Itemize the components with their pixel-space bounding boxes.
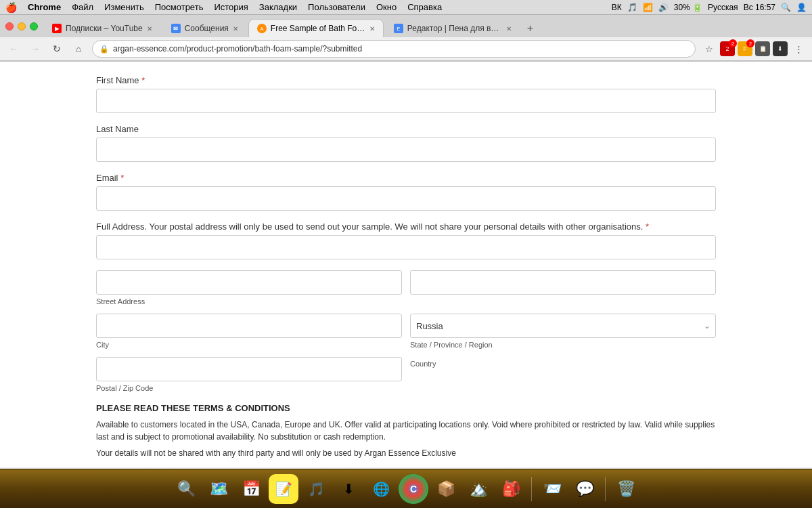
tab-editor-title: Редактор | Пена для ванны |	[407, 24, 502, 33]
email-group: Email *	[96, 173, 716, 211]
tab-bar: ▶ Подписки – YouTube ✕ ✉ Сообщения ✕ A F…	[43, 15, 812, 37]
ext-icon-4[interactable]: ⬇	[773, 41, 788, 56]
dock-separator-2	[605, 477, 606, 501]
country-col: Country	[410, 357, 716, 392]
address-bar-actions: ☆ 2 2 F 2 📋 ⬇ ⋮	[701, 41, 807, 57]
first-name-input[interactable]	[96, 89, 716, 113]
dock-chrome[interactable]: ⬇	[334, 474, 363, 504]
dock-maps[interactable]: 🗺️	[204, 474, 233, 504]
traffic-lights	[0, 20, 43, 33]
battery-status: 30% 🔋	[674, 3, 702, 12]
postal-col: Postal / Zip Code	[96, 357, 402, 392]
maximize-button[interactable]	[30, 22, 38, 30]
user-icon[interactable]: 👤	[796, 3, 807, 12]
bookmark-star-icon[interactable]: ☆	[701, 41, 717, 57]
menu-bookmarks[interactable]: Закладки	[259, 2, 297, 12]
tab-youtube[interactable]: ▶ Подписки – YouTube ✕	[43, 19, 161, 37]
close-button[interactable]	[5, 22, 14, 30]
terms-text-2: Your details will not be shared with any…	[96, 447, 716, 459]
state-select-wrapper: Russia USA Canada UK Germany France ⌄	[410, 314, 716, 338]
dock: 🔍 🗺️ 📅 📝 🎵 ⬇ 🌐 C 📦 🏔️ 🎒 📨 💬 🗑️	[0, 469, 812, 508]
apple-menu[interactable]: 🍎	[5, 2, 17, 13]
back-button[interactable]: ←	[5, 41, 22, 57]
terms-text-1: Available to customers located in the US…	[96, 419, 716, 443]
dock-mountain[interactable]: 🏔️	[464, 474, 493, 504]
ext-icon-1[interactable]: 2 2	[720, 41, 735, 56]
tab-messages-close[interactable]: ✕	[233, 25, 238, 33]
dock-appstore[interactable]: 🌐	[366, 474, 396, 504]
tab-messages-title: Сообщения	[185, 24, 229, 33]
lock-icon: 🔒	[99, 45, 109, 54]
search-icon[interactable]: 🔍	[781, 3, 791, 12]
first-name-required: *	[141, 75, 145, 85]
street-address-col1: Street Address	[96, 270, 402, 305]
menu-window[interactable]: Окно	[376, 2, 397, 12]
first-name-label: First Name *	[96, 75, 716, 85]
menu-view[interactable]: Посмотреть	[155, 2, 204, 12]
sample-favicon: A	[257, 24, 267, 33]
dock-notes[interactable]: 📝	[269, 474, 298, 504]
reload-button[interactable]: ↻	[49, 41, 65, 57]
tab-messages[interactable]: ✉ Сообщения ✕	[162, 19, 247, 37]
full-address-input[interactable]	[96, 235, 716, 259]
city-input[interactable]	[96, 314, 402, 338]
state-select[interactable]: Russia USA Canada UK Germany France	[410, 314, 716, 338]
address-bar-row: ← → ↻ ⌂ 🔒 argan-essence.com/product-prom…	[0, 37, 812, 61]
terms-section: PLEASE READ THESE TERMS & CONDITIONS Ava…	[96, 403, 716, 459]
street-address-2-input[interactable]	[410, 270, 716, 295]
street-address-row: Street Address	[96, 270, 716, 305]
menu-file[interactable]: Файл	[72, 2, 93, 12]
clock: Вс 16:57	[744, 3, 775, 12]
tab-editor-close[interactable]: ✕	[506, 25, 512, 33]
minimize-button[interactable]	[18, 22, 26, 30]
dock-finder[interactable]: 🔍	[171, 474, 201, 504]
tab-editor[interactable]: E Редактор | Пена для ванны | ✕	[385, 19, 520, 37]
app-name[interactable]: Chrome	[28, 2, 61, 12]
tab-youtube-close[interactable]: ✕	[147, 25, 152, 33]
menu-bar: 🍎 Chrome Файл Изменить Посмотреть Истори…	[0, 0, 812, 15]
new-tab-button[interactable]: +	[522, 20, 539, 37]
dock-calendar[interactable]: 📅	[236, 474, 266, 504]
wifi-icon: 📶	[643, 3, 653, 12]
dock-launchpad[interactable]: 🎒	[496, 474, 526, 504]
browser-chrome: ▶ Подписки – YouTube ✕ ✉ Сообщения ✕ A F…	[0, 15, 812, 62]
city-col: City	[96, 314, 402, 349]
chrome-menu-icon[interactable]: ⋮	[790, 41, 807, 57]
volume-icon: 🔊	[658, 3, 669, 12]
dock-itunes[interactable]: 🎵	[301, 474, 331, 504]
messages-favicon: ✉	[171, 24, 181, 33]
language[interactable]: Русская	[708, 3, 738, 12]
terms-title: PLEASE READ THESE TERMS & CONDITIONS	[96, 403, 716, 413]
postal-input[interactable]	[96, 357, 402, 381]
dock-chrome2[interactable]: C	[399, 474, 428, 504]
dock-telegram[interactable]: 📨	[537, 474, 567, 504]
first-name-group: First Name *	[96, 75, 716, 113]
dock-photos[interactable]: 📦	[431, 474, 461, 504]
street-address-col2	[410, 270, 716, 305]
tab-bar-row: ▶ Подписки – YouTube ✕ ✉ Сообщения ✕ A F…	[0, 15, 812, 37]
address-bar[interactable]: 🔒 argan-essence.com/product-promotion/ba…	[92, 40, 696, 58]
tab-youtube-title: Подписки – YouTube	[66, 24, 143, 33]
dock-vk[interactable]: 💬	[570, 474, 600, 504]
email-input[interactable]	[96, 186, 716, 211]
home-button[interactable]: ⌂	[70, 41, 87, 57]
street-address-input[interactable]	[96, 270, 402, 295]
menu-edit[interactable]: Изменить	[104, 2, 144, 12]
email-label: Email *	[96, 173, 716, 183]
last-name-label: Last Name	[96, 124, 716, 134]
menu-profiles[interactable]: Пользователи	[308, 2, 365, 12]
ext-icon-2[interactable]: F 2	[738, 41, 752, 56]
tab-sample-close[interactable]: ✕	[369, 25, 375, 33]
menu-history[interactable]: История	[214, 2, 248, 12]
page-content: First Name * Last Name Email * Full Addr…	[0, 62, 812, 467]
last-name-input[interactable]	[96, 137, 716, 162]
last-name-group: Last Name	[96, 124, 716, 162]
postal-country-row: Postal / Zip Code Country	[96, 357, 716, 392]
menu-help[interactable]: Справка	[407, 2, 442, 12]
tab-sample[interactable]: A Free Sample of Bath Foam – A… ✕	[248, 19, 384, 37]
forward-button[interactable]: →	[27, 41, 43, 57]
email-required: *	[120, 173, 124, 183]
dock-separator	[531, 477, 532, 501]
dock-trash[interactable]: 🗑️	[611, 474, 641, 504]
ext-icon-3[interactable]: 📋	[755, 41, 770, 56]
